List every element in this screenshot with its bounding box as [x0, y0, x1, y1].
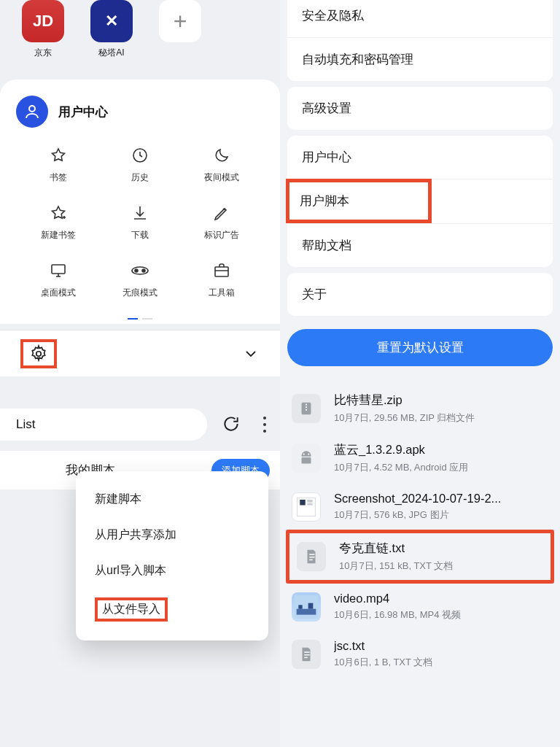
svg-rect-9: [306, 406, 307, 408]
svg-rect-13: [302, 457, 311, 464]
svg-rect-17: [307, 503, 313, 506]
mask-icon: [130, 260, 150, 281]
briefcase-icon: [211, 260, 232, 281]
video-thumbnail-icon: [292, 592, 321, 622]
app-jd[interactable]: JD 京东: [22, 0, 64, 59]
file-row-txt2[interactable]: jsc.txt10月6日, 1 B, TXT 文档: [280, 630, 560, 678]
settings-button[interactable]: [29, 344, 48, 363]
svg-rect-21: [295, 595, 318, 619]
svg-point-4: [142, 269, 145, 272]
app-jd-label: 京东: [34, 47, 52, 59]
svg-rect-15: [300, 500, 306, 506]
file-row-apk[interactable]: 蓝云_1.3.2.9.apk10月7日, 4.52 MB, Android 应用: [280, 433, 560, 483]
svg-rect-16: [307, 500, 313, 503]
overflow-menu-button[interactable]: [257, 417, 273, 433]
address-bar[interactable]: List: [0, 409, 207, 441]
svg-rect-5: [215, 267, 228, 276]
reset-defaults-button[interactable]: 重置为默认设置: [287, 329, 553, 366]
settings-item-user-script[interactable]: 用户脚本: [287, 179, 553, 223]
android-icon: [292, 444, 321, 473]
app-mita-label: 秘塔AI: [98, 47, 124, 59]
settings-group-2: 高级设置: [287, 87, 553, 130]
settings-item-help[interactable]: 帮助文档: [287, 223, 553, 267]
file-row-txt-highlight[interactable]: 夸克直链.txt10月7日, 151 kB, TXT 文档: [286, 530, 554, 584]
app-mita-icon: ✕: [90, 0, 133, 42]
popup-item-from-file[interactable]: 从文件导入: [90, 590, 254, 629]
svg-rect-23: [298, 605, 302, 608]
from-file-highlight: 从文件导入: [95, 597, 168, 622]
app-add[interactable]: +: [159, 0, 201, 59]
svg-rect-2: [52, 265, 65, 274]
svg-rect-18: [309, 554, 314, 554]
grid-desktop[interactable]: 桌面模式: [18, 260, 99, 299]
popup-item-from-url[interactable]: 从url导入脚本: [76, 553, 268, 589]
grid-toolbox[interactable]: 工具箱: [181, 260, 262, 299]
zip-icon: [292, 394, 321, 423]
moon-icon: [211, 145, 232, 166]
file-row-image[interactable]: Screenshot_2024-10-07-19-2...10月7日, 576 …: [280, 483, 560, 530]
popup-item-new[interactable]: 新建脚本: [76, 481, 268, 517]
file-list: 比特彗星.zip10月7日, 29.56 MB, ZIP 归档文件 蓝云_1.3…: [280, 384, 560, 678]
clock-icon: [130, 145, 150, 166]
add-script-popup: 新建脚本 从用户共享添加 从url导入脚本 从文件导入: [76, 471, 268, 640]
svg-rect-8: [306, 404, 307, 406]
svg-rect-25: [304, 651, 309, 652]
grid-mark-ad[interactable]: 标识广告: [181, 203, 262, 241]
user-center-header[interactable]: 用户中心: [13, 93, 267, 141]
right-panel: 安全及隐私 自动填充和密码管理 高级设置 用户中心 用户脚本 帮助文档 关于 重…: [280, 0, 560, 747]
app-jd-icon: JD: [22, 0, 64, 42]
svg-rect-20: [309, 560, 313, 560]
sheet-toolbar: [0, 330, 280, 376]
svg-point-11: [303, 454, 305, 455]
home-apps: JD 京东 ✕ 秘塔AI +: [0, 0, 280, 66]
pencil-icon: [211, 203, 232, 223]
svg-point-0: [29, 106, 35, 112]
settings-group-1: 安全及隐私 自动填充和密码管理: [287, 0, 553, 81]
app-mita[interactable]: ✕ 秘塔AI: [90, 0, 133, 59]
grid-history[interactable]: 历史: [99, 145, 181, 184]
svg-point-6: [36, 351, 42, 356]
address-bar-row: List: [0, 403, 280, 446]
download-icon: [130, 203, 150, 223]
svg-rect-27: [304, 657, 308, 657]
settings-item-user-center[interactable]: 用户中心: [287, 136, 553, 179]
svg-rect-22: [297, 608, 316, 614]
settings-item-autofill[interactable]: 自动填充和密码管理: [287, 37, 553, 81]
grid-download[interactable]: 下载: [99, 203, 181, 241]
plus-icon: +: [159, 0, 201, 42]
file-row-zip[interactable]: 比特彗星.zip10月7日, 29.56 MB, ZIP 归档文件: [280, 384, 560, 433]
svg-rect-19: [309, 557, 314, 557]
image-thumbnail-icon: [292, 492, 321, 522]
svg-rect-26: [304, 654, 309, 655]
grid-incognito[interactable]: 无痕模式: [99, 260, 181, 299]
document-icon: [297, 542, 326, 571]
star-icon: [48, 145, 69, 166]
user-center-grid: 书签 历史 夜间模式 新建书签 下载: [13, 141, 267, 312]
page-indicator: [13, 312, 267, 324]
grid-add-bookmark[interactable]: 新建书签: [18, 203, 99, 241]
user-center-title: 用户中心: [58, 104, 108, 120]
settings-item-security[interactable]: 安全及隐私: [287, 0, 553, 37]
svg-point-12: [308, 454, 309, 455]
left-panel: JD 京东 ✕ 秘塔AI + 用户中心 书签: [0, 0, 280, 747]
reload-button[interactable]: [222, 414, 242, 435]
monitor-icon: [48, 260, 69, 281]
settings-group-3: 用户中心 用户脚本 帮助文档: [287, 136, 553, 267]
grid-night[interactable]: 夜间模式: [181, 145, 262, 184]
svg-point-3: [135, 269, 138, 272]
grid-bookmark[interactable]: 书签: [18, 145, 99, 184]
settings-group-4: 关于: [287, 273, 553, 316]
star-plus-icon: [48, 203, 69, 223]
avatar-icon: [16, 96, 48, 128]
svg-rect-10: [306, 409, 307, 411]
popup-item-from-share[interactable]: 从用户共享添加: [76, 517, 268, 553]
collapse-button[interactable]: [242, 345, 260, 363]
settings-item-advanced[interactable]: 高级设置: [287, 87, 553, 130]
settings-highlight: [20, 339, 57, 368]
user-script-highlight: 用户脚本: [286, 179, 432, 223]
svg-rect-24: [308, 603, 314, 608]
file-row-video[interactable]: video.mp410月6日, 16.98 MB, MP4 视频: [280, 583, 560, 630]
user-center-sheet: 用户中心 书签 历史 夜间模式 新建书签: [0, 80, 280, 324]
settings-item-about[interactable]: 关于: [287, 273, 553, 316]
document-icon: [292, 640, 321, 669]
